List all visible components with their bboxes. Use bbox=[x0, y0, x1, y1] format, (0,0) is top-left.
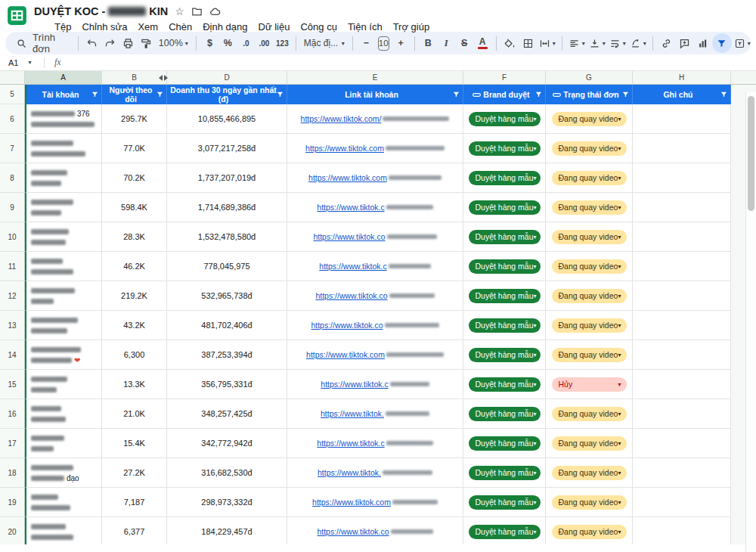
link-cell[interactable]: https://www.tiktok.com/ bbox=[287, 104, 463, 134]
account-cell[interactable] bbox=[25, 222, 102, 252]
revenue-cell[interactable]: 387,253,394đ bbox=[167, 340, 287, 370]
status-dropdown-chip[interactable]: Hủy ▾ bbox=[552, 377, 627, 392]
increase-font-size-button[interactable]: + bbox=[392, 34, 410, 52]
account-link[interactable]: https://www.tiktok.co bbox=[315, 291, 434, 300]
filter-header-h[interactable]: Ghi chú bbox=[633, 85, 731, 104]
formula-input[interactable] bbox=[61, 54, 756, 70]
account-link[interactable]: https://www.tiktok.com bbox=[305, 144, 445, 153]
insert-chart-button[interactable] bbox=[694, 34, 711, 52]
followers-cell[interactable]: 46.2K bbox=[102, 252, 167, 281]
revenue-cell[interactable]: 316,682,530đ bbox=[167, 458, 287, 488]
account-cell[interactable] bbox=[25, 193, 102, 222]
note-cell[interactable] bbox=[633, 104, 731, 134]
menu-item[interactable]: Định dạng bbox=[197, 20, 253, 34]
fill-color-button[interactable] bbox=[501, 34, 519, 52]
revenue-cell[interactable]: 1,737,207,019đ bbox=[167, 163, 287, 193]
row-header[interactable]: 5 bbox=[0, 85, 25, 104]
followers-cell[interactable]: 6,300 bbox=[102, 340, 167, 370]
status-cell[interactable]: Đang quay video ▾ bbox=[546, 488, 633, 517]
row-header[interactable]: 7 bbox=[0, 134, 25, 163]
brand-dropdown-chip[interactable]: Duyệt hàng mẫu ▾ bbox=[469, 466, 541, 480]
filter-icon[interactable] bbox=[91, 91, 99, 99]
note-cell[interactable] bbox=[633, 134, 731, 163]
menu-item[interactable]: Dữ liệu bbox=[253, 20, 296, 34]
followers-cell[interactable]: 295.7K bbox=[102, 104, 167, 134]
filter-header-e[interactable]: Link tài khoản bbox=[287, 85, 463, 104]
column-header-e[interactable]: E bbox=[287, 71, 463, 84]
account-cell[interactable]: ❤ bbox=[25, 340, 102, 370]
brand-dropdown-chip[interactable]: Duyệt hàng mẫu ▾ bbox=[469, 377, 541, 392]
link-cell[interactable]: https://www.tiktok.com bbox=[287, 134, 463, 163]
account-cell[interactable] bbox=[25, 163, 102, 193]
insert-comment-button[interactable] bbox=[676, 34, 693, 52]
zoom-select[interactable]: 100% ▾ bbox=[156, 34, 191, 52]
link-cell[interactable]: https://www.tiktok.c bbox=[287, 193, 463, 222]
text-wrap-button[interactable]: ▾ bbox=[608, 34, 627, 52]
filter-icon[interactable] bbox=[452, 91, 460, 99]
text-rotation-button[interactable]: ▾ bbox=[628, 34, 648, 52]
note-cell[interactable] bbox=[633, 370, 731, 399]
row-header[interactable]: 6 bbox=[0, 104, 25, 134]
revenue-cell[interactable]: 298,973,332đ bbox=[167, 488, 287, 517]
menu-item[interactable]: Trợ giúp bbox=[388, 20, 435, 34]
link-cell[interactable]: https://www.tiktok. bbox=[287, 399, 463, 429]
brand-dropdown-chip[interactable]: Duyệt hàng mẫu ▾ bbox=[469, 318, 541, 333]
account-cell[interactable] bbox=[25, 399, 102, 429]
brand-cell[interactable]: Duyệt hàng mẫu ▾ bbox=[463, 399, 546, 429]
brand-dropdown-chip[interactable]: Duyệt hàng mẫu ▾ bbox=[469, 230, 541, 244]
filter-views-button[interactable]: ▾ bbox=[733, 34, 752, 52]
status-cell[interactable]: Đang quay video ▾ bbox=[546, 252, 633, 281]
revenue-cell[interactable]: 532,965,738đ bbox=[167, 281, 287, 311]
status-cell[interactable]: Đang quay video ▾ bbox=[546, 517, 633, 544]
followers-cell[interactable]: 77.0K bbox=[102, 134, 167, 163]
brand-dropdown-chip[interactable]: Duyệt hàng mẫu ▾ bbox=[469, 112, 541, 126]
account-link[interactable]: https://www.tiktok.co bbox=[311, 321, 438, 330]
brand-cell[interactable]: Duyệt hàng mẫu ▾ bbox=[463, 252, 546, 281]
link-cell[interactable]: https://www.tiktok. bbox=[287, 458, 463, 488]
filter-header-a[interactable]: Tài khoản bbox=[25, 85, 102, 104]
link-cell[interactable]: https://www.tiktok.co bbox=[287, 517, 463, 544]
revenue-cell[interactable]: 356,795,331đ bbox=[167, 370, 287, 399]
row-header[interactable]: 15 bbox=[0, 370, 25, 399]
account-cell[interactable] bbox=[25, 429, 102, 458]
brand-dropdown-chip[interactable]: Duyệt hàng mẫu ▾ bbox=[469, 171, 541, 185]
status-cell[interactable]: Đang quay video ▾ bbox=[546, 222, 633, 252]
brand-cell[interactable]: Duyệt hàng mẫu ▾ bbox=[463, 429, 546, 458]
row-header[interactable]: 20 bbox=[0, 517, 25, 544]
format-percent-button[interactable]: % bbox=[219, 34, 237, 52]
followers-cell[interactable]: 219.2K bbox=[102, 281, 167, 311]
account-link[interactable]: https://www.tiktok.c bbox=[317, 203, 432, 212]
scrollbar-thumb[interactable] bbox=[748, 96, 754, 211]
status-dropdown-chip[interactable]: Đang quay video ▾ bbox=[552, 348, 627, 362]
more-formats-button[interactable]: 123 bbox=[274, 34, 291, 52]
brand-dropdown-chip[interactable]: Duyệt hàng mẫu ▾ bbox=[469, 141, 541, 156]
followers-cell[interactable]: 28.3K bbox=[102, 222, 167, 252]
account-cell[interactable] bbox=[25, 311, 102, 340]
brand-dropdown-chip[interactable]: Duyệt hàng mẫu ▾ bbox=[469, 348, 541, 362]
account-link[interactable]: https://www.tiktok.com bbox=[306, 350, 444, 359]
link-cell[interactable]: https://www.tiktok.co bbox=[287, 222, 463, 252]
account-link[interactable]: https://www.tiktok.com/ bbox=[301, 114, 450, 123]
status-cell[interactable]: Đang quay video ▾ bbox=[546, 281, 633, 311]
account-link[interactable]: https://www.tiktok.com bbox=[312, 498, 438, 507]
column-header-f[interactable]: F bbox=[463, 71, 546, 84]
status-cell[interactable]: Hủy ▾ bbox=[546, 370, 633, 399]
status-dropdown-chip[interactable]: Đang quay video ▾ bbox=[552, 466, 627, 480]
star-icon[interactable]: ☆ bbox=[175, 5, 184, 17]
revenue-cell[interactable]: 1,532,478,580đ bbox=[167, 222, 287, 252]
filter-icon[interactable] bbox=[534, 91, 543, 99]
status-dropdown-chip[interactable]: Đang quay video ▾ bbox=[552, 259, 627, 274]
note-cell[interactable] bbox=[633, 252, 731, 281]
menus-search-button[interactable]: Trình đơn bbox=[11, 32, 73, 54]
move-folder-icon[interactable] bbox=[191, 6, 203, 17]
functions-button[interactable]: Σ bbox=[753, 34, 756, 52]
status-dropdown-chip[interactable]: Đang quay video ▾ bbox=[552, 112, 627, 126]
row-header[interactable]: 9 bbox=[0, 193, 25, 222]
column-header-a[interactable]: A bbox=[25, 71, 102, 84]
row-header[interactable]: 8 bbox=[0, 163, 25, 193]
sheets-logo-icon[interactable] bbox=[7, 5, 27, 26]
followers-cell[interactable]: 70.2K bbox=[102, 163, 167, 193]
status-cell[interactable]: Đang quay video ▾ bbox=[546, 429, 633, 458]
status-dropdown-chip[interactable]: Đang quay video ▾ bbox=[552, 141, 627, 156]
status-dropdown-chip[interactable]: Đang quay video ▾ bbox=[552, 318, 627, 333]
